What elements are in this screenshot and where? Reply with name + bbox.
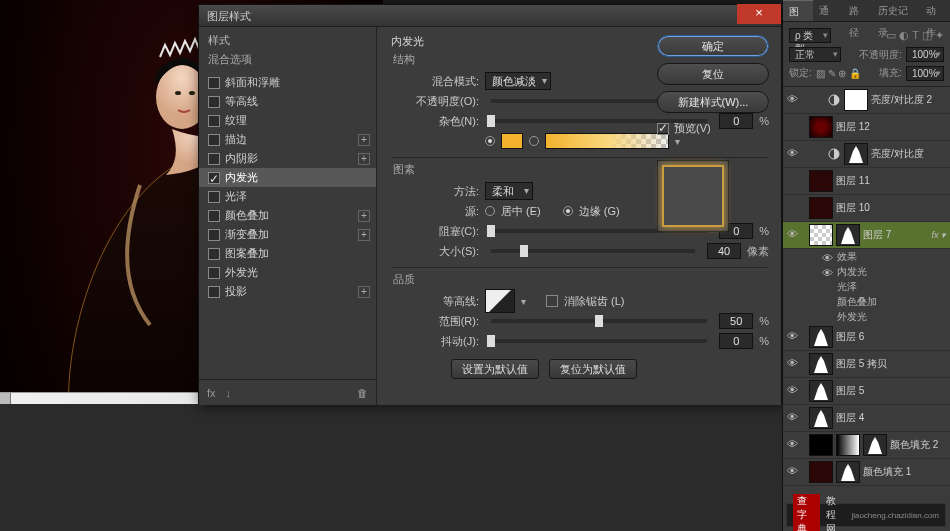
layer-row[interactable]: 👁图层 4: [783, 405, 950, 432]
jitter-value[interactable]: 0: [719, 333, 753, 349]
plus-icon[interactable]: +: [358, 229, 370, 241]
tab-0[interactable]: 图层: [783, 0, 813, 21]
opacity-panel[interactable]: 100%: [906, 47, 944, 62]
layer-thumb[interactable]: [844, 143, 868, 165]
layer-thumb[interactable]: [809, 197, 833, 219]
layer-effect-sub[interactable]: 👁效果: [783, 249, 950, 264]
visibility-icon[interactable]: [821, 281, 833, 293]
effect-checkbox[interactable]: [208, 172, 220, 184]
visibility-icon[interactable]: 👁: [785, 357, 799, 371]
kind-select[interactable]: ρ 类型: [789, 28, 831, 43]
layer-row[interactable]: 图层 12: [783, 114, 950, 141]
source-edge-radio[interactable]: [563, 206, 573, 216]
blendmode-panel-select[interactable]: 正常: [789, 47, 841, 62]
layer-thumb[interactable]: [809, 434, 833, 456]
contour-picker[interactable]: [485, 289, 515, 313]
layer-row[interactable]: 👁图层 6: [783, 324, 950, 351]
effect-0[interactable]: 斜面和浮雕: [199, 73, 376, 92]
effect-7[interactable]: 颜色叠加+: [199, 206, 376, 225]
effect-checkbox[interactable]: [208, 229, 220, 241]
styles-header[interactable]: 样式: [199, 27, 376, 50]
layer-row[interactable]: 👁颜色填充 1: [783, 459, 950, 486]
dialog-titlebar[interactable]: 图层样式 ×: [199, 5, 781, 27]
visibility-icon[interactable]: 👁: [785, 384, 799, 398]
effect-checkbox[interactable]: [208, 96, 220, 108]
make-default-button[interactable]: 设置为默认值: [451, 359, 539, 379]
fx-menu-icon[interactable]: fx: [207, 387, 216, 399]
visibility-icon[interactable]: [821, 296, 833, 308]
effect-checkbox[interactable]: [208, 153, 220, 165]
color-swatch[interactable]: [501, 133, 523, 149]
effect-8[interactable]: 渐变叠加+: [199, 225, 376, 244]
layer-effect-sub[interactable]: 外发光: [783, 309, 950, 324]
range-value[interactable]: 50: [719, 313, 753, 329]
layer-thumb[interactable]: [809, 461, 833, 483]
visibility-icon[interactable]: 👁: [785, 147, 799, 161]
chevron-down-icon[interactable]: ▾: [521, 296, 526, 307]
size-slider[interactable]: [491, 249, 695, 253]
visibility-icon[interactable]: [821, 311, 833, 323]
effect-checkbox[interactable]: [208, 191, 220, 203]
blend-options-header[interactable]: 混合选项: [199, 50, 376, 73]
gradient-radio[interactable]: [529, 136, 539, 146]
blendmode-select[interactable]: 颜色减淡: [485, 72, 551, 90]
visibility-icon[interactable]: 👁: [821, 251, 833, 263]
effect-checkbox[interactable]: [208, 248, 220, 260]
close-icon[interactable]: ×: [737, 4, 781, 24]
effect-checkbox[interactable]: [208, 134, 220, 146]
new-style-button[interactable]: 新建样式(W)...: [657, 91, 769, 113]
layer-thumb[interactable]: [836, 434, 860, 456]
layer-thumb[interactable]: [809, 170, 833, 192]
visibility-icon[interactable]: 👁: [785, 465, 799, 479]
color-radio[interactable]: [485, 136, 495, 146]
visibility-icon[interactable]: [785, 174, 799, 188]
layer-thumb[interactable]: [809, 116, 833, 138]
layer-thumb[interactable]: [809, 353, 833, 375]
effect-checkbox[interactable]: [208, 267, 220, 279]
layer-effect-sub[interactable]: 光泽: [783, 279, 950, 294]
ok-button[interactable]: 确定: [657, 35, 769, 57]
preview-checkbox[interactable]: ✓: [657, 123, 669, 135]
plus-icon[interactable]: +: [358, 153, 370, 165]
trash-icon[interactable]: 🗑: [357, 387, 368, 399]
effect-4[interactable]: 内阴影+: [199, 149, 376, 168]
effect-10[interactable]: 外发光: [199, 263, 376, 282]
tab-2[interactable]: 路径: [843, 0, 873, 21]
visibility-icon[interactable]: 👁: [785, 330, 799, 344]
effect-1[interactable]: 等高线: [199, 92, 376, 111]
layer-effect-sub[interactable]: 颜色叠加: [783, 294, 950, 309]
effect-checkbox[interactable]: [208, 115, 220, 127]
layer-row[interactable]: 👁图层 5 拷贝: [783, 351, 950, 378]
visibility-icon[interactable]: 👁: [785, 438, 799, 452]
layer-thumb[interactable]: [836, 224, 860, 246]
layer-thumb[interactable]: [836, 461, 860, 483]
effect-6[interactable]: 光泽: [199, 187, 376, 206]
tab-3[interactable]: 历史记录: [872, 0, 920, 21]
fill-panel[interactable]: 100%: [906, 66, 944, 81]
visibility-icon[interactable]: 👁: [821, 266, 833, 278]
visibility-icon[interactable]: [785, 201, 799, 215]
layer-row[interactable]: 图层 11: [783, 168, 950, 195]
size-value[interactable]: 40: [707, 243, 741, 259]
chevron-down-icon[interactable]: ↓: [226, 387, 232, 399]
layer-effect-sub[interactable]: 👁内发光: [783, 264, 950, 279]
layer-thumb[interactable]: [809, 407, 833, 429]
tab-4[interactable]: 动作: [920, 0, 950, 21]
effect-checkbox[interactable]: [208, 77, 220, 89]
cancel-button[interactable]: 复位: [657, 63, 769, 85]
plus-icon[interactable]: +: [358, 134, 370, 146]
gradient-swatch[interactable]: [545, 133, 669, 149]
reset-default-button[interactable]: 复位为默认值: [549, 359, 637, 379]
visibility-icon[interactable]: [785, 120, 799, 134]
layer-row[interactable]: 👁图层 5: [783, 378, 950, 405]
plus-icon[interactable]: +: [358, 210, 370, 222]
antialias-checkbox[interactable]: [546, 295, 558, 307]
source-center-radio[interactable]: [485, 206, 495, 216]
visibility-icon[interactable]: 👁: [785, 93, 799, 107]
layer-row[interactable]: 👁亮度/对比度: [783, 141, 950, 168]
layer-thumb[interactable]: [809, 380, 833, 402]
effect-2[interactable]: 纹理: [199, 111, 376, 130]
visibility-icon[interactable]: 👁: [785, 228, 799, 242]
tab-1[interactable]: 通道: [813, 0, 843, 21]
effect-5[interactable]: 内发光: [199, 168, 376, 187]
